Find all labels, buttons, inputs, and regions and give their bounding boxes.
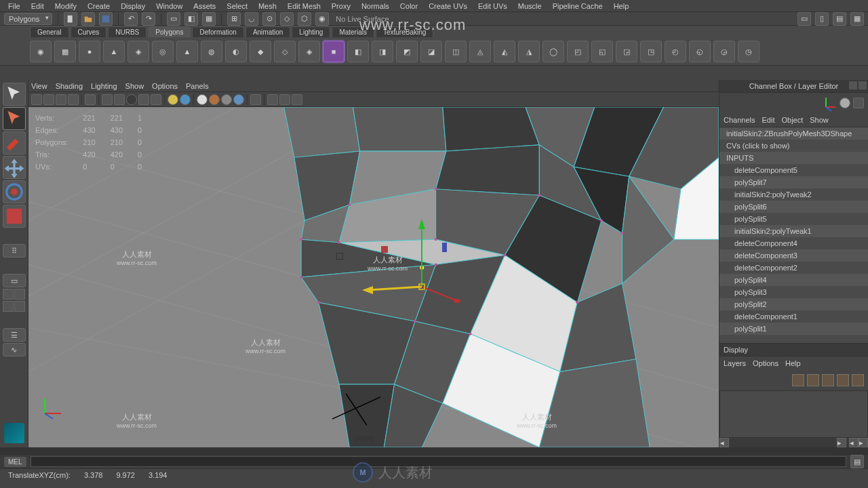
channel-speed-icon[interactable]	[840, 98, 850, 108]
shelf-icon-29[interactable]: ◷	[738, 41, 760, 62]
vp-menu-panels[interactable]: Panels	[186, 82, 209, 90]
shelf-icon-19[interactable]: ◭	[494, 41, 515, 62]
snap-plane-icon[interactable]: ◇	[280, 12, 294, 26]
layout-four-icon[interactable]	[3, 289, 14, 300]
input-node-deleteComponent1[interactable]: deleteComponent1	[719, 310, 868, 323]
vp-menu-shading[interactable]: Shading	[56, 82, 83, 90]
cvs-toggle[interactable]: CVs (click to show)	[719, 140, 868, 152]
layout-icon-4[interactable]: ▦	[850, 12, 864, 26]
lasso-tool[interactable]	[3, 107, 26, 130]
select-hierarchy-icon[interactable]: ▭	[167, 12, 180, 26]
shelf-icon-28[interactable]: ◶	[713, 41, 735, 62]
mode-dropdown[interactable]: Polygons	[4, 13, 52, 25]
scroll-right-icon-2[interactable]: ▸	[859, 438, 868, 447]
input-node-deleteComponent5[interactable]: deleteComponent5	[719, 164, 868, 176]
make-live-icon[interactable]: ◉	[315, 12, 329, 26]
soft-select-icon[interactable]: ⠿	[3, 244, 26, 258]
select-object-icon[interactable]: ◧	[184, 12, 198, 26]
input-node-polySplit3[interactable]: polySplit3	[719, 286, 868, 298]
rotate-tool[interactable]	[3, 180, 26, 203]
layout-icon-1[interactable]: ▭	[797, 12, 811, 26]
layer-menu-options[interactable]: Options	[753, 359, 778, 367]
shelf-icon-21[interactable]: ◯	[542, 41, 564, 62]
open-scene-icon[interactable]	[81, 12, 95, 26]
shelf-icon-18[interactable]: ◬	[469, 41, 491, 62]
move-tool[interactable]	[3, 156, 26, 179]
layer-list[interactable]	[719, 390, 868, 438]
undo-icon[interactable]: ↶	[124, 12, 138, 26]
input-node-initialSkin2:polyTweak1[interactable]: initialSkin2:polyTweak1	[719, 225, 868, 237]
layer-icon-3[interactable]	[822, 374, 834, 386]
select-component-icon[interactable]: ▦	[202, 12, 216, 26]
vp-film-gate-icon[interactable]	[279, 94, 290, 105]
input-node-polySplit5[interactable]: polySplit5	[719, 213, 868, 225]
paint-select-tool[interactable]	[3, 131, 26, 155]
viewport-3d[interactable]: Verts:2212211Edges:4304300Polygons:21021…	[28, 107, 719, 447]
menu-normals[interactable]: Normals	[356, 2, 395, 10]
vp-grid-icon[interactable]	[85, 94, 96, 105]
vp-safe-action-icon[interactable]	[292, 94, 302, 105]
shelf-icon-27[interactable]: ◵	[689, 41, 711, 62]
layer-icon-4[interactable]	[837, 374, 849, 386]
vp-menu-options[interactable]: Options	[152, 82, 178, 90]
layout-two-h-icon[interactable]	[14, 289, 25, 300]
vp-bookmark-icon[interactable]	[56, 94, 66, 105]
vp-menu-lighting[interactable]: Lighting	[91, 82, 117, 90]
layer-menu-help[interactable]: Help	[785, 359, 801, 367]
vp-resolution-gate-icon[interactable]	[267, 94, 278, 105]
shelf-icon-12[interactable]: ■	[323, 41, 344, 62]
shelf-icon-16[interactable]: ◪	[420, 41, 442, 62]
panel-close-icon[interactable]	[849, 81, 857, 89]
shelf-tab-nurbs[interactable]: NURBS	[108, 26, 146, 37]
vp-light-all-icon[interactable]	[180, 94, 191, 105]
vp-light-default-icon[interactable]	[167, 94, 178, 105]
input-node-polySplit4[interactable]: polySplit4	[719, 274, 868, 286]
vp-wireframe-icon[interactable]	[102, 94, 113, 105]
shelf-icon-17[interactable]: ◫	[445, 41, 467, 62]
shelf-icon-9[interactable]: ◆	[250, 41, 271, 62]
shelf-icon-24[interactable]: ◲	[616, 41, 637, 62]
scale-tool[interactable]	[3, 205, 26, 228]
menu-assets[interactable]: Assets	[188, 2, 221, 10]
shelf-icon-25[interactable]: ◳	[640, 41, 662, 62]
save-scene-icon[interactable]	[99, 12, 113, 26]
menu-edit[interactable]: Edit	[26, 2, 50, 10]
input-node-polySplit6[interactable]: polySplit6	[719, 201, 868, 213]
menu-window[interactable]: Window	[151, 2, 188, 10]
move-manipulator[interactable]	[361, 212, 483, 322]
input-node-deleteComponent2[interactable]: deleteComponent2	[719, 262, 868, 274]
layout-single-icon[interactable]: ▭	[3, 274, 26, 287]
script-editor-icon[interactable]: ▤	[850, 455, 864, 468]
shelf-tab-polygons[interactable]: Polygons	[148, 26, 191, 37]
vp-xray-joints-icon[interactable]	[221, 94, 232, 105]
menu-modify[interactable]: Modify	[50, 2, 82, 10]
select-tool[interactable]	[3, 83, 26, 106]
script-lang-label[interactable]: MEL	[4, 457, 26, 467]
menu-edit-mesh[interactable]: Edit Mesh	[282, 2, 326, 10]
input-node-deleteComponent4[interactable]: deleteComponent4	[719, 237, 868, 249]
menu-select[interactable]: Select	[221, 2, 253, 10]
layout-icon-3[interactable]: ▤	[833, 12, 846, 26]
shelf-icon-4[interactable]: ◈	[127, 41, 149, 62]
shelf-icon-22[interactable]: ◰	[567, 41, 589, 62]
vp-render-icon[interactable]	[250, 94, 261, 105]
graph-editor-icon[interactable]: ∿	[3, 343, 26, 357]
shelf-icon-8[interactable]: ◐	[225, 41, 247, 62]
shelf-tab-texturebaking[interactable]: TextureBaking	[376, 26, 433, 37]
menu-edit-uvs[interactable]: Edit UVs	[473, 2, 513, 10]
scroll-right-icon[interactable]: ▸	[837, 438, 846, 447]
scroll-left-icon[interactable]: ◂	[719, 438, 729, 447]
vp-menu-view[interactable]: View	[31, 82, 47, 90]
shelf-tab-deformation[interactable]: Deformation	[192, 26, 243, 37]
shape-name[interactable]: initialSkin2:ZBrushPolyMesh3DShape	[719, 127, 868, 140]
snap-curve-icon[interactable]: ◡	[245, 12, 258, 26]
channel-list[interactable]: initialSkin2:ZBrushPolyMesh3DShape CVs (…	[719, 127, 868, 343]
shelf-icon-2[interactable]: ●	[79, 41, 100, 62]
panel-undock-icon[interactable]	[859, 81, 867, 89]
vp-shadows-icon[interactable]	[138, 94, 149, 105]
input-node-polySplit7[interactable]: polySplit7	[719, 176, 868, 188]
layer-icon-5[interactable]	[852, 374, 864, 386]
shelf-icon-3[interactable]: ▲	[103, 41, 125, 62]
menu-mesh[interactable]: Mesh	[253, 2, 282, 10]
shelf-icon-1[interactable]: ▩	[54, 41, 76, 62]
